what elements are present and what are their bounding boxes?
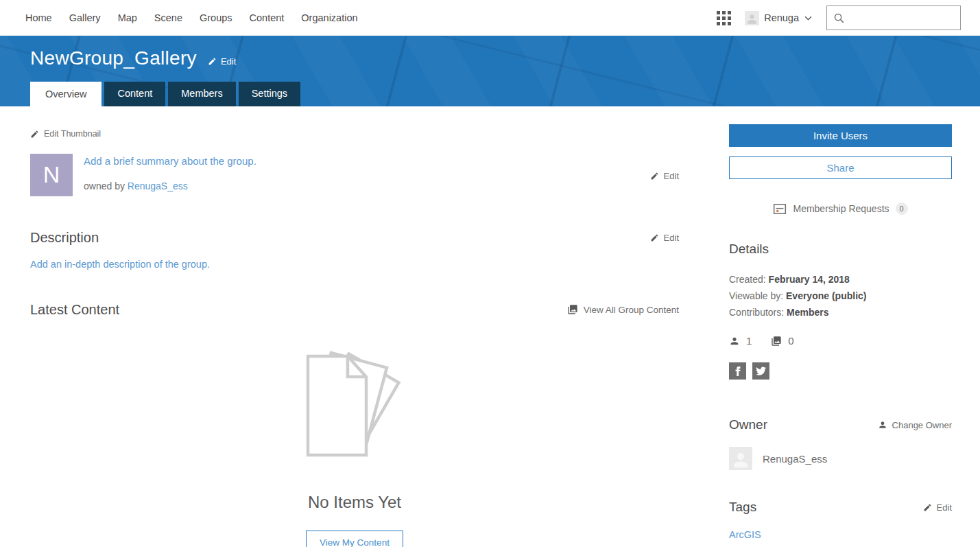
top-navigation: Home Gallery Map Scene Groups Content Or… (0, 0, 980, 36)
content-count-value: 0 (788, 335, 793, 347)
membership-card-icon (773, 203, 787, 215)
description-heading: Description (30, 230, 99, 246)
tab-overview[interactable]: Overview (30, 82, 101, 106)
members-count: 1 (729, 335, 752, 347)
details-row-viewable: Viewable by: Everyone (public) (729, 288, 952, 304)
change-owner-button[interactable]: Change Owner (878, 420, 952, 430)
edit-summary-label: Edit (664, 171, 679, 181)
person-icon (729, 336, 740, 347)
content-pages-icon (771, 336, 782, 347)
tab-content[interactable]: Content (104, 82, 165, 106)
owner-profile-link[interactable]: RenugaS_ess (128, 181, 188, 191)
facebook-share-button[interactable] (729, 362, 746, 380)
group-title: NewGroup_Gallery (30, 47, 197, 69)
user-name: Renuga (764, 12, 799, 23)
owner-name: RenugaS_ess (763, 453, 827, 465)
tab-settings[interactable]: Settings (239, 82, 300, 106)
membership-requests-link[interactable]: Membership Requests 0 (729, 202, 952, 215)
user-avatar (745, 11, 759, 25)
edit-thumbnail-label: Edit Thumbnail (44, 129, 101, 139)
primary-nav: Home Gallery Map Scene Groups Content Or… (25, 12, 358, 23)
view-all-group-content-label: View All Group Content (584, 305, 679, 315)
add-description-link[interactable]: Add an in-depth description of the group… (30, 259, 210, 270)
thumbnail-letter: N (43, 161, 60, 188)
search-box (826, 5, 961, 30)
search-icon (833, 12, 845, 24)
user-menu[interactable]: Renuga (745, 11, 813, 25)
no-items-title: No Items Yet (30, 493, 679, 512)
view-my-content-button[interactable]: View My Content (306, 531, 403, 547)
twitter-icon (756, 366, 766, 376)
group-tabs: Overview Content Members Settings (30, 82, 300, 106)
pencil-icon (30, 130, 39, 139)
share-button[interactable]: Share (729, 156, 952, 179)
owned-by-label: owned by (84, 181, 125, 191)
search-input[interactable] (849, 6, 960, 30)
edit-tags-label: Edit (937, 502, 952, 513)
group-banner: NewGroup_Gallery Edit Overview Content M… (0, 36, 980, 106)
latest-content-heading: Latest Content (30, 302, 119, 318)
edit-thumbnail-button[interactable]: Edit Thumbnail (30, 129, 101, 139)
nav-item-organization[interactable]: Organization (301, 12, 357, 23)
members-count-value: 1 (746, 335, 752, 347)
facebook-icon (733, 366, 743, 376)
membership-requests-label: Membership Requests (793, 203, 889, 214)
person-icon (745, 12, 758, 25)
tag-arcgis-link[interactable]: ArcGIS (729, 529, 761, 540)
pencil-icon (208, 57, 217, 66)
owner-heading: Owner (729, 417, 767, 432)
content-pages-icon (567, 304, 578, 315)
empty-documents-icon (302, 351, 407, 466)
pencil-icon (923, 503, 932, 512)
membership-requests-count-badge: 0 (896, 202, 908, 215)
nav-item-groups[interactable]: Groups (200, 12, 232, 23)
edit-tags-button[interactable]: Edit (923, 502, 952, 513)
nav-item-map[interactable]: Map (118, 12, 137, 23)
details-heading: Details (729, 242, 952, 257)
edit-title-label: Edit (221, 56, 236, 67)
view-all-group-content-link[interactable]: View All Group Content (567, 304, 679, 315)
person-icon (730, 450, 751, 470)
chevron-down-icon (804, 14, 813, 23)
pencil-icon (650, 233, 659, 242)
add-summary-link[interactable]: Add a brief summary about the group. (84, 155, 256, 167)
pencil-icon (650, 172, 659, 181)
owner-avatar (729, 447, 752, 470)
tab-members[interactable]: Members (168, 82, 235, 106)
content-count: 0 (771, 335, 793, 347)
group-thumbnail: N (30, 154, 73, 196)
nav-item-content[interactable]: Content (250, 12, 285, 23)
edit-title-button[interactable]: Edit (208, 56, 236, 67)
edit-description-button[interactable]: Edit (650, 233, 679, 243)
edit-description-label: Edit (664, 233, 679, 243)
nav-item-scene[interactable]: Scene (154, 12, 182, 23)
app-launcher-icon[interactable] (717, 11, 731, 25)
tags-heading: Tags (729, 500, 756, 515)
invite-users-button[interactable]: Invite Users (729, 124, 952, 147)
twitter-share-button[interactable] (752, 362, 769, 380)
nav-item-gallery[interactable]: Gallery (69, 12, 101, 23)
change-owner-label: Change Owner (892, 420, 952, 430)
person-icon (878, 420, 887, 430)
details-row-created: Created: February 14, 2018 (729, 271, 952, 288)
nav-item-home[interactable]: Home (25, 12, 52, 23)
main-column: Edit Thumbnail N Add a brief summary abo… (30, 106, 729, 547)
sidebar: Invite Users Share Membership Requests 0… (729, 106, 952, 547)
empty-content-state: No Items Yet View My Content (30, 318, 679, 547)
details-row-contributors: Contributors: Members (729, 304, 952, 321)
edit-summary-button[interactable]: Edit (650, 154, 679, 196)
